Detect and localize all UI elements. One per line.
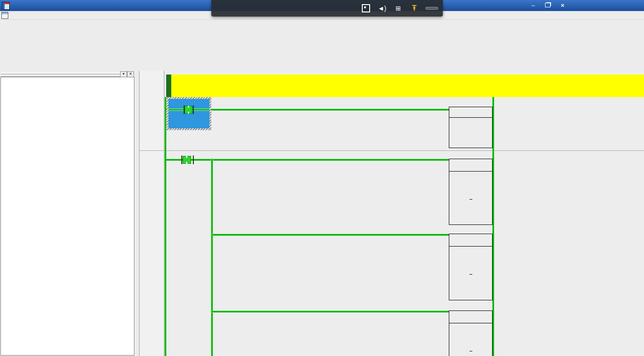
document-icon [1,12,8,19]
contact-cf101-selected[interactable] [167,97,211,130]
share-window-icon[interactable]: ⊞ [393,3,403,13]
restore-icon [545,3,551,7]
program-header [171,75,644,97]
contact-on-indicator [185,106,192,114]
mov-instruction-box[interactable] [449,234,493,300]
mov-instruction-box[interactable] [449,310,493,356]
branch-line-vertical [211,159,213,356]
panel-splitter[interactable] [134,71,139,356]
rung-separator [139,150,644,151]
app-icon [2,2,10,10]
restore-button[interactable] [542,1,553,9]
instruction-title [449,159,492,172]
pin-icon[interactable]: Ŧ [409,3,419,13]
close-button[interactable]: × [557,1,568,9]
contact-on-indicator [183,156,191,164]
branch-line [212,234,450,236]
instruction-title [449,234,492,247]
remote-control-overlay: ◄) ⊞ Ŧ [211,0,443,17]
rung-margin [139,71,164,356]
destination-operand [449,351,492,356]
power-line [166,109,493,111]
instruction-title [449,311,492,323]
difu-instruction-box[interactable] [449,107,493,148]
volume-icon[interactable]: ◄) [377,3,387,13]
window-controls: – × [528,1,568,9]
contact-cf101 [168,99,209,128]
fullscreen-icon[interactable] [361,3,371,13]
mov-instruction-box[interactable] [449,159,493,225]
power-line [166,159,493,161]
project-tree [0,77,134,356]
workspace-strip: ▾ ✕ [0,71,135,77]
contact-leg [181,155,182,164]
minimize-button[interactable]: – [528,1,539,9]
destination-operand [449,275,492,281]
branch-line [212,310,450,313]
contact-leg [193,155,194,164]
banner-left-bar [166,75,171,97]
cx-programmer-window: – × ◄) ⊞ Ŧ ▾ ✕ [0,0,644,356]
left-power-rail [164,97,167,356]
instruction-title [449,107,492,118]
end-session-button[interactable] [425,7,438,10]
ladder-editor[interactable] [139,71,644,356]
destination-operand [449,200,492,206]
contact-leg [193,105,194,114]
